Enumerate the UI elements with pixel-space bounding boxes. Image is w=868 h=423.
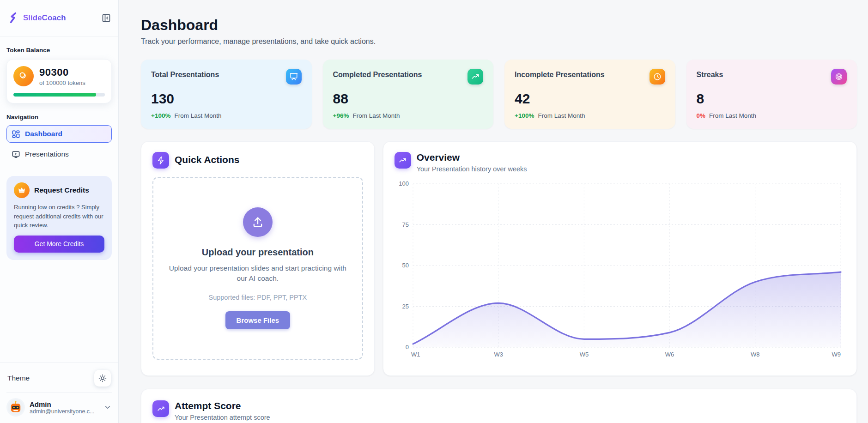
quick-actions-panel: Quick Actions Upload your presentation U… <box>141 141 375 376</box>
token-balance-label: Token Balance <box>6 47 112 54</box>
stat-delta-note: From Last Month <box>709 112 756 119</box>
presentation-board-icon <box>286 69 302 85</box>
sidebar-item-presentations[interactable]: Presentations <box>6 145 112 163</box>
svg-text:W8: W8 <box>751 351 760 358</box>
chevron-down-icon <box>103 403 112 411</box>
stat-value: 42 <box>515 91 665 107</box>
quick-actions-title: Quick Actions <box>175 152 239 165</box>
dashboard-grid-icon <box>12 130 20 139</box>
stat-delta-note: From Last Month <box>352 112 400 119</box>
sidebar-nav: Dashboard Presentations <box>6 125 112 163</box>
sidebar: SlideCoach Token Balance 90300 of 100 <box>0 0 119 423</box>
stat-cards-row: Total Presentations 130 +100% From Last … <box>141 60 857 129</box>
chart-trending-icon <box>152 400 169 417</box>
stat-delta-note: From Last Month <box>538 112 585 119</box>
sidebar-collapse-button[interactable] <box>102 13 111 23</box>
request-credits-card: Request Credits Running low on credits ?… <box>6 176 112 260</box>
stat-card-total-presentations: Total Presentations 130 +100% From Last … <box>141 60 312 129</box>
svg-text:25: 25 <box>402 303 408 310</box>
theme-toggle-button[interactable] <box>94 370 111 387</box>
upload-title: Upload your presentation <box>202 247 314 258</box>
token-balance-card: 90300 of 100000 tokens <box>6 59 112 103</box>
user-menu[interactable]: Admin admin@universityone.c... <box>6 392 112 417</box>
browse-files-button[interactable]: Browse Files <box>225 311 291 329</box>
stat-delta: +96% <box>333 112 349 119</box>
svg-text:100: 100 <box>399 180 409 187</box>
theme-label: Theme <box>7 374 30 382</box>
request-credits-body: Running low on credits ? Simply request … <box>14 203 104 230</box>
upload-supported-files: Supported files: PDF, PPT, PPTX <box>208 294 307 301</box>
overview-subtitle: Your Presentation history over weeks <box>417 165 527 173</box>
get-more-credits-button[interactable]: Get More Credits <box>14 236 104 253</box>
slidecoach-logo-icon <box>7 12 19 24</box>
sidebar-footer: Theme <box>0 362 118 423</box>
chart-trending-icon <box>395 152 411 169</box>
stat-label: Completed Presentations <box>333 69 422 79</box>
avatar <box>6 398 25 417</box>
stat-value: 130 <box>151 91 302 107</box>
svg-text:W5: W5 <box>579 351 589 358</box>
panel-collapse-icon <box>102 13 111 23</box>
stat-value: 88 <box>333 91 484 107</box>
upload-dropzone[interactable]: Upload your presentation Upload your pre… <box>152 177 363 360</box>
stat-delta: +100% <box>515 112 534 119</box>
stat-card-streaks: Streaks 8 0% From Last Month <box>686 60 857 129</box>
request-credits-title: Request Credits <box>34 186 89 194</box>
streak-rings-icon <box>831 69 847 85</box>
user-email: admin@universityone.c... <box>30 408 99 415</box>
stat-label: Total Presentations <box>151 69 219 79</box>
coins-icon <box>13 66 34 86</box>
sidebar-item-label: Presentations <box>25 150 69 158</box>
upload-icon <box>243 207 273 237</box>
lightning-icon <box>152 152 169 169</box>
stat-label: Streaks <box>697 69 723 79</box>
stat-delta: +100% <box>151 112 170 119</box>
monitor-play-icon <box>12 150 20 159</box>
stat-label: Incomplete Presentations <box>515 69 605 79</box>
app-logo: SlideCoach <box>7 12 66 24</box>
svg-text:W3: W3 <box>494 351 503 358</box>
trending-up-icon <box>467 69 483 85</box>
page-subtitle: Track your performance, manage presentat… <box>141 37 857 46</box>
token-amount: 90300 <box>39 66 85 79</box>
token-progress-track <box>13 93 105 97</box>
svg-text:50: 50 <box>402 262 408 269</box>
sidebar-item-dashboard[interactable]: Dashboard <box>6 125 112 143</box>
svg-text:0: 0 <box>405 344 408 350</box>
main-content: Dashboard Track your performance, manage… <box>119 0 868 423</box>
svg-text:W9: W9 <box>832 351 841 358</box>
attempt-score-panel: Attempt Score Your Presentation attempt … <box>141 389 857 423</box>
crown-icon <box>14 182 30 198</box>
stat-card-completed-presentations: Completed Presentations 88 +96% From Las… <box>323 60 494 129</box>
sun-icon <box>98 374 107 382</box>
attempt-score-title: Attempt Score <box>175 400 270 411</box>
token-progress-fill <box>13 93 96 97</box>
overview-panel: Overview Your Presentation history over … <box>383 141 857 376</box>
user-name: Admin <box>30 400 99 408</box>
svg-text:W1: W1 <box>411 351 420 358</box>
upload-description: Upload your presentation slides and star… <box>165 263 350 284</box>
token-total: of 100000 tokens <box>39 79 85 86</box>
clock-icon <box>649 69 665 85</box>
page-title: Dashboard <box>141 17 857 34</box>
stat-delta: 0% <box>697 112 706 119</box>
stat-card-incomplete-presentations: Incomplete Presentations 42 +100% From L… <box>504 60 675 129</box>
stat-delta-note: From Last Month <box>174 112 221 119</box>
sidebar-header: SlideCoach <box>0 0 118 36</box>
svg-text:W6: W6 <box>665 351 674 358</box>
sidebar-item-label: Dashboard <box>25 130 62 138</box>
app-title: SlideCoach <box>23 13 66 23</box>
svg-text:75: 75 <box>402 221 408 228</box>
stat-value: 8 <box>697 91 847 107</box>
navigation-label: Navigation <box>6 114 112 121</box>
overview-chart: 0255075100W1W3W5W6W8W9 <box>395 179 845 360</box>
overview-title: Overview <box>417 152 527 163</box>
attempt-score-subtitle: Your Presentation attempt score <box>175 414 270 421</box>
